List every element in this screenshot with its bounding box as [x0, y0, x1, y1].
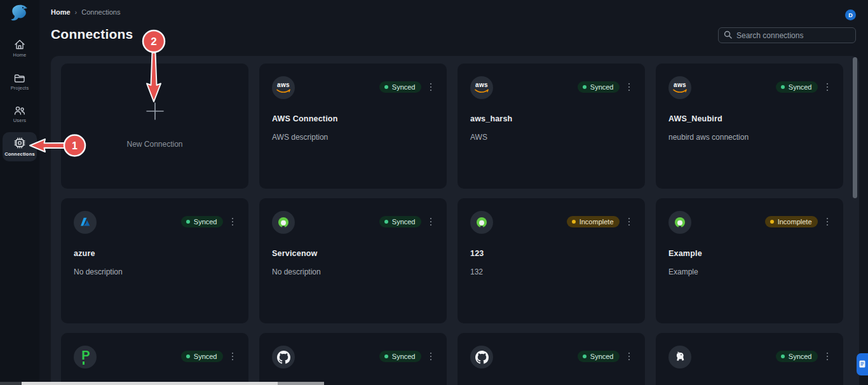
kebab-menu-icon[interactable] [626, 217, 633, 227]
datadog-icon [668, 346, 691, 368]
status-badge: Synced [776, 351, 818, 362]
status-label: Synced [194, 218, 217, 226]
connection-title: AWS Connection [272, 114, 434, 123]
sidebar-item-home[interactable]: Home [3, 34, 37, 63]
status-dot-icon [572, 220, 576, 224]
vertical-scrollbar[interactable] [853, 57, 857, 198]
status-dot-icon [384, 355, 388, 358]
connection-description: AWS description [272, 133, 434, 142]
search-box [718, 27, 856, 43]
falcon-logo-icon[interactable] [8, 4, 31, 24]
new-connection-card[interactable]: New Connection [61, 64, 248, 189]
status-label: Synced [789, 83, 812, 91]
status-badge: Synced [379, 351, 421, 362]
search-input[interactable] [736, 31, 850, 40]
sidebar-item-label: Connections [4, 151, 35, 157]
connection-description: No description [74, 267, 236, 276]
status-dot-icon [781, 355, 785, 358]
status-label: Incomplete [580, 218, 614, 226]
avatar[interactable]: D [845, 10, 856, 20]
connection-card[interactable]: aws Synced AWS Connection AWS descriptio… [259, 64, 447, 189]
sidebar: Home Projects Users [0, 0, 39, 385]
connection-title: AWS_Neubird [668, 114, 831, 123]
connection-card[interactable]: Incomplete Example Example [656, 198, 843, 323]
status-label: Synced [392, 218, 416, 226]
status-label: Synced [392, 353, 416, 360]
connections-page: Home Projects Users [0, 0, 868, 385]
connection-card[interactable]: Incomplete 123 132 [458, 198, 645, 323]
sidebar-item-projects[interactable]: Projects [3, 67, 37, 96]
horizontal-scrollbar-thumb [278, 382, 324, 385]
sidebar-item-users[interactable]: Users [3, 99, 37, 128]
sidebar-item-label: Users [13, 118, 27, 123]
kebab-menu-icon[interactable] [626, 351, 633, 362]
connections-icon [13, 137, 26, 149]
horizontal-scrollbar[interactable] [0, 382, 324, 385]
connection-card[interactable]: Synced [458, 333, 645, 385]
connection-card[interactable]: P Synced [61, 333, 248, 385]
status-dot-icon [384, 220, 388, 224]
connection-description: neubird aws connection [668, 133, 831, 142]
connection-card[interactable]: Synced Servicenow No description [259, 198, 447, 323]
kebab-menu-icon[interactable] [428, 351, 435, 362]
connection-card[interactable]: aws Synced AWS_Neubird neubird aws conne… [656, 64, 843, 189]
github-icon [272, 346, 295, 368]
status-badge: Synced [181, 216, 223, 227]
annotation-number-2: 2 [151, 36, 156, 48]
document-icon [859, 359, 865, 370]
connections-panel: New Connection aws Synced AWS Connection… [51, 56, 859, 385]
kebab-menu-icon[interactable] [824, 351, 831, 362]
aws-icon: aws [470, 76, 493, 99]
search-icon [724, 30, 732, 41]
connection-description: 132 [470, 267, 632, 276]
kebab-menu-icon[interactable] [626, 82, 633, 93]
status-badge: Incomplete [567, 216, 620, 227]
breadcrumb-home[interactable]: Home [51, 8, 71, 16]
breadcrumb-current: Connections [81, 8, 120, 16]
connection-card[interactable]: aws Synced aws_harsh AWS [458, 64, 645, 189]
status-dot-icon [583, 85, 587, 89]
connection-card[interactable]: Synced [656, 333, 843, 385]
status-dot-icon [583, 355, 587, 358]
connection-title: Example [668, 249, 831, 258]
status-label: Synced [194, 353, 217, 360]
home-icon [13, 39, 26, 50]
status-badge: Synced [379, 216, 421, 227]
connection-title: Servicenow [272, 249, 434, 258]
projects-icon [13, 72, 26, 83]
pagerduty-icon: P [74, 346, 97, 368]
connection-description: AWS [470, 133, 632, 142]
status-badge: Incomplete [765, 216, 818, 227]
connection-description: No description [272, 267, 434, 276]
connection-title: 123 [470, 249, 632, 258]
plus-icon [146, 102, 165, 123]
status-dot-icon [186, 355, 190, 358]
new-connection-label: New Connection [126, 140, 182, 149]
kebab-menu-icon[interactable] [428, 217, 435, 227]
aws-icon: aws [668, 76, 691, 99]
docs-widget-button[interactable] [857, 353, 868, 375]
servicenow-icon [668, 211, 691, 234]
connection-card[interactable]: Synced [259, 333, 447, 385]
status-badge: Synced [578, 351, 620, 362]
status-label: Synced [789, 353, 812, 360]
kebab-menu-icon[interactable] [428, 82, 435, 93]
kebab-menu-icon[interactable] [824, 82, 831, 93]
status-badge: Synced [181, 351, 223, 362]
status-label: Synced [590, 83, 614, 91]
status-badge: Synced [379, 81, 421, 93]
connection-card[interactable]: Synced azure No description [61, 198, 248, 323]
servicenow-icon [272, 211, 295, 234]
kebab-menu-icon[interactable] [229, 351, 236, 362]
sidebar-item-connections[interactable]: Connections [3, 132, 37, 161]
github-icon [470, 346, 493, 368]
connection-title: aws_harsh [470, 114, 632, 123]
servicenow-icon [470, 211, 493, 234]
kebab-menu-icon[interactable] [229, 217, 236, 227]
page-title: Connections [51, 27, 133, 42]
kebab-menu-icon[interactable] [824, 217, 831, 227]
status-badge: Synced [776, 81, 818, 93]
sidebar-item-label: Projects [11, 85, 29, 91]
status-badge: Synced [578, 81, 620, 93]
breadcrumb: Home › Connections [51, 8, 120, 16]
